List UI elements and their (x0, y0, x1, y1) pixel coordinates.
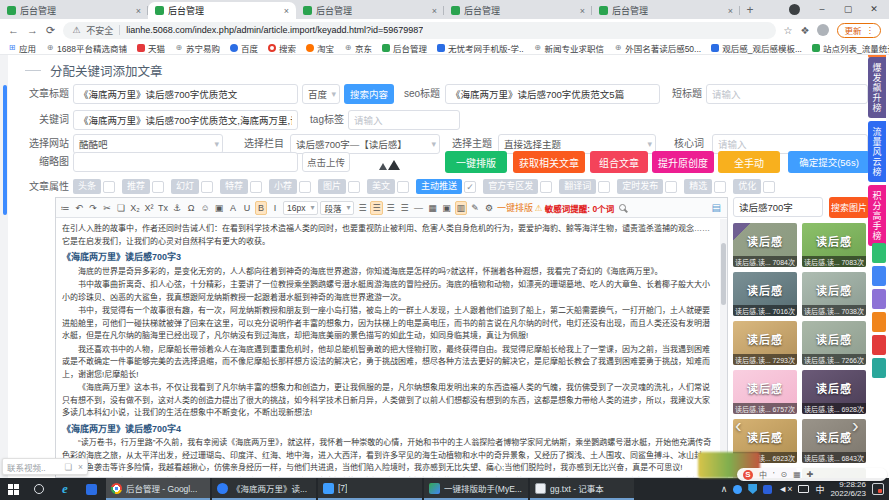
ime-toolbar[interactable]: S 中 ' ⊙ ▦ ✚ (737, 468, 887, 481)
settings-icon[interactable]: ⚙ (483, 201, 495, 215)
search-content-button[interactable]: 搜索内容 (344, 84, 394, 104)
taskbar-clock[interactable]: 9:28:26 2022/6/23 (830, 480, 866, 498)
tab-close-icon[interactable]: × (728, 6, 733, 16)
minimize-button[interactable]: – (810, 0, 834, 19)
bold-icon[interactable]: B (255, 201, 267, 215)
tab-close-icon[interactable]: × (580, 6, 585, 16)
back-icon[interactable]: ← (8, 24, 19, 36)
align-right-icon[interactable]: ☰ (385, 201, 397, 215)
zoom-search-icon[interactable] (619, 204, 626, 211)
combine-articles-button[interactable]: 组合文章 (590, 151, 648, 173)
full-manual-button[interactable]: 全手动 (718, 151, 780, 173)
bookmark-item[interactable]: 无忧考网手机版-学.. (437, 42, 524, 54)
attribute-toggle[interactable]: 图片 (318, 179, 360, 194)
short-title-input[interactable] (706, 84, 868, 104)
paragraph-format-select[interactable]: 段落 (320, 201, 354, 215)
update-button[interactable]: 更新 ⋮ (837, 23, 881, 38)
color-strip-block[interactable] (872, 358, 886, 378)
source-icon[interactable]: ≔ (59, 201, 71, 215)
one-click-format-button[interactable]: 一键排版 (445, 151, 507, 173)
attribute-checkbox[interactable] (598, 181, 610, 193)
bookmark-item[interactable]: 站点列表_流量统计... (812, 42, 889, 54)
attribute-toggle[interactable]: 主动推送 ✓ (416, 179, 476, 194)
attribute-toggle[interactable]: 特荐 (220, 179, 262, 194)
close-button[interactable]: ✕ (862, 0, 886, 19)
ime-indicator[interactable]: 中 (815, 483, 824, 496)
attribute-toggle[interactable]: 精选 (684, 179, 726, 194)
next-images-arrow[interactable]: › (852, 415, 859, 435)
bookmark-item[interactable]: ⊕ 苏宁易购 (175, 42, 220, 54)
sogou-logo-icon[interactable]: S (743, 470, 753, 480)
taskbar-app[interactable]: 《海底两万里》读... (212, 478, 316, 500)
attribute-checkbox[interactable]: ✓ (464, 181, 476, 193)
bookmark-item[interactable]: 搜索 (268, 42, 296, 54)
browser-tab[interactable]: 后台管理 × (296, 2, 444, 19)
thumbnail-input[interactable] (73, 152, 298, 172)
side-rank-tab[interactable]: 爆发飙升榜 (868, 57, 886, 118)
bookmark-item[interactable]: ⊞ 应用 (8, 42, 36, 54)
cortana-search-button[interactable] (26, 478, 52, 500)
attribute-toggle[interactable]: 定时发布 (617, 179, 677, 194)
attribute-checkbox[interactable] (250, 181, 262, 193)
network-icon[interactable] (798, 485, 809, 493)
redo-icon[interactable]: ↷ (87, 201, 99, 215)
omega-icon[interactable]: Ω (185, 201, 197, 215)
seo-title-input[interactable] (445, 84, 660, 104)
improve-originality-button[interactable]: 提升原创度 (652, 151, 714, 173)
underline-icon[interactable]: U (241, 201, 253, 215)
image-thumbnail[interactable]: 读后感 读后感,读... 7266次 (802, 321, 866, 365)
tab-search-icon[interactable] (789, 4, 800, 15)
column-select[interactable]: 读后感700字—【读后感】 (290, 134, 440, 154)
italic-icon[interactable]: I (269, 201, 281, 215)
image-thumbnail[interactable]: 读后感 读后感,读... 7083次 (802, 223, 866, 267)
search-replace-icon[interactable]: ▥ (455, 201, 468, 215)
left-float-bar[interactable] (3, 85, 7, 215)
color-strip-block[interactable] (872, 243, 886, 263)
attribute-toggle[interactable]: 官方专区发 (483, 179, 552, 194)
color-strip-block[interactable] (872, 335, 886, 355)
editor-print-icon[interactable]: ▤ (712, 202, 724, 213)
taskbar-app[interactable]: 一键排版助手(MyE... (424, 478, 528, 500)
floating-widget[interactable]: 联系视频.. ❏ × (2, 458, 88, 475)
omnibox[interactable]: ⚠ 不安全 lianhe.5068.com/index.php/admin/ar… (63, 22, 775, 39)
bookmark-item[interactable]: 观后感_观后感模板... (711, 42, 802, 54)
browser-tab[interactable]: 后台管理 × (0, 2, 148, 19)
security-shield-icon[interactable] (748, 484, 757, 494)
browser-tab[interactable]: 后台管理 × (444, 2, 592, 19)
browser-tab[interactable]: 后台管理 × (148, 2, 296, 19)
image-icon[interactable]: ▣ (213, 201, 225, 215)
confirm-submit-button[interactable]: 确定提交(56s) (788, 151, 870, 173)
attribute-toggle[interactable]: 幻灯 (171, 179, 213, 194)
attribute-checkbox[interactable] (540, 181, 552, 193)
emotion-icon[interactable]: ☺ (199, 201, 211, 215)
color-strip-block[interactable] (872, 266, 886, 286)
subscript-icon[interactable]: X₂ (129, 201, 141, 215)
reload-icon[interactable]: ⟳ (46, 24, 55, 37)
pinned-app-button[interactable] (78, 478, 104, 500)
align-justify-icon[interactable]: ☰ (399, 201, 411, 215)
brush-icon[interactable]: ✎ (469, 201, 481, 215)
tag-input[interactable] (348, 110, 460, 130)
image-thumbnail[interactable]: 读后感 读后感,读... 7293次 (733, 321, 797, 365)
attribute-checkbox[interactable] (201, 181, 213, 193)
prev-images-arrow[interactable]: ‹ (735, 415, 742, 435)
horizontal-rule-icon[interactable]: — (413, 201, 425, 215)
new-tab-button[interactable]: + (740, 2, 760, 19)
bookmark-item[interactable]: ⊕ 外国名著读后感50... (614, 42, 701, 54)
get-related-articles-button[interactable]: 获取相关文章 (513, 151, 585, 173)
side-rank-tab[interactable]: 积分高手榜 (868, 185, 886, 246)
attribute-checkbox[interactable] (714, 181, 726, 193)
ime-punct-icon[interactable]: ' (773, 470, 775, 479)
editor-scrollbar-thumb[interactable] (721, 243, 726, 305)
close-widget-icon[interactable]: × (78, 462, 83, 472)
image-search-input[interactable] (733, 197, 823, 217)
cut-icon[interactable]: ✂ (101, 201, 113, 215)
bookmark-item[interactable]: 百度 (230, 42, 258, 54)
tab-close-icon[interactable]: × (284, 6, 289, 16)
profile-avatar[interactable] (817, 24, 829, 36)
one-click-format-link[interactable]: 一键排版 (497, 201, 533, 214)
attribute-checkbox[interactable] (397, 181, 409, 193)
bookmark-item[interactable]: ⊕ 新闻专业求职信 (534, 42, 605, 54)
ime-mode-label[interactable]: 中 (759, 469, 767, 480)
editor-scrollbar[interactable] (720, 219, 727, 477)
